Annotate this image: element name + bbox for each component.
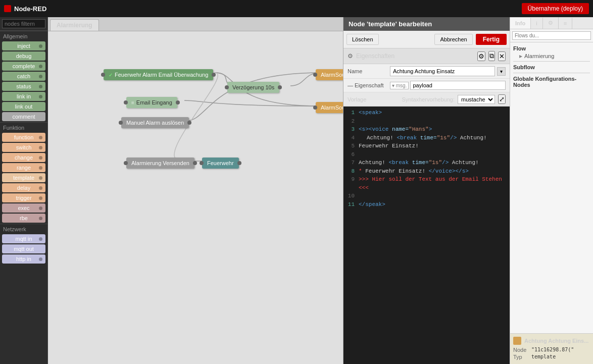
palette-node-complete[interactable]: complete <box>2 62 45 71</box>
palette-section-netzwerk: Netzwerk <box>0 224 47 233</box>
canvas-node-n6[interactable]: Manuel Alarm auslösen <box>121 117 189 128</box>
flow-tree-item-alarmierung[interactable]: ▶ Alarmierung <box>513 53 590 60</box>
palette-node-debug[interactable]: debug <box>2 51 45 61</box>
palette-node-range[interactable]: range <box>2 163 45 172</box>
canvas-node-n7[interactable]: Alarmierung Versenden <box>126 158 194 169</box>
divider-1 <box>513 61 590 62</box>
code-line-1: 1 <speak> <box>345 109 508 117</box>
code-line-9: 9 >>> Hier soll der Text aus der Email S… <box>345 175 508 192</box>
palette-node-change[interactable]: change <box>2 153 45 162</box>
palette-node-function[interactable]: function <box>2 133 45 142</box>
palette-node-mqtt-in[interactable]: mqtt in <box>2 234 45 243</box>
done-button[interactable]: Fertig <box>476 34 507 45</box>
subflow-header: Subflow <box>513 63 590 71</box>
palette-node-trigger[interactable]: trigger <box>2 193 45 202</box>
line-content-9: >>> Hier soll der Text aus der Email Ste… <box>359 175 508 192</box>
name-options-btn[interactable]: ▾ <box>497 67 506 76</box>
name-input[interactable] <box>390 66 495 76</box>
msg-prefix: ▾ msg. <box>390 82 409 89</box>
code-line-10: 10 <box>345 192 508 200</box>
edit-panel: Node 'template' bearbeiten Löschen Abbre… <box>343 17 510 364</box>
node-color-indicator <box>513 337 521 345</box>
palette-section-funktion: Funktion <box>0 122 47 132</box>
palette-node-link-in[interactable]: link in <box>2 92 45 101</box>
tab-icon-gear[interactable]: ⚙ <box>543 17 559 29</box>
node-palette: Allgemeininjectdebugcompletecatchstatusl… <box>0 17 48 364</box>
cancel-button[interactable]: Abbrechen <box>434 34 472 45</box>
palette-node-inject[interactable]: inject <box>2 41 45 50</box>
flow-tree: Flow ▶ Alarmierung Subflow Globale Konfi… <box>510 42 593 91</box>
expand-editor-btn[interactable]: ⤢ <box>498 94 506 104</box>
code-line-11: 11 </speak> <box>345 200 508 209</box>
palette-node-status[interactable]: status <box>2 82 45 91</box>
palette-node-switch[interactable]: switch <box>2 143 45 152</box>
name-prop-row: Name ▾ <box>343 64 510 79</box>
node-label-n6: Manuel Alarm auslösen <box>126 120 184 126</box>
code-line-2: 2 <box>345 117 508 126</box>
port-in-n1 <box>101 73 105 77</box>
canvas-node-n5[interactable]: AlarmSound aus <box>316 102 343 113</box>
props-config-btn[interactable]: ⚙ <box>477 51 485 61</box>
canvas-node-n8[interactable]: Feuerwehr <box>202 158 239 169</box>
name-label: Name <box>348 68 388 74</box>
syntax-select[interactable]: mustache html text json <box>458 95 495 104</box>
palette-node-comment[interactable]: comment <box>2 112 45 121</box>
canvas-node-n4[interactable]: ≡Email Eingang <box>126 97 177 108</box>
node-typ-label: Typ <box>513 354 528 360</box>
palette-node-mqtt-out[interactable]: mqtt out <box>2 244 45 253</box>
line-content-7: Achtung! <break time="1s"/> Achtung! <box>359 159 479 167</box>
port-out-n1 <box>212 73 216 77</box>
divider-2 <box>513 73 590 73</box>
flow-canvas[interactable]: ✓Feuerwehr Alarm Email ÜberwachungVerzög… <box>48 31 343 364</box>
node-id-label: Node <box>513 347 528 353</box>
canvas-connections <box>48 31 343 364</box>
card-title: Achtung Achtung Eins... <box>524 338 588 344</box>
port-out-n4 <box>176 100 180 105</box>
node-id-row: Node "11c16298.87(" <box>513 347 590 353</box>
code-editor[interactable]: 1 <speak> 2 3 <s><voice name="Hans"> 4 A… <box>343 107 510 364</box>
canvas-node-n3[interactable]: AlarmSound an <box>316 69 343 80</box>
line-num-2: 2 <box>345 117 355 126</box>
canvas-node-n1[interactable]: ✓Feuerwehr Alarm Email Überwachung <box>104 69 213 80</box>
delete-button[interactable]: Löschen <box>347 34 379 45</box>
code-line-7: 7 Achtung! <break time="1s"/> Achtung! <box>345 159 508 167</box>
tab-info[interactable]: Info <box>510 18 531 29</box>
palette-node-catch[interactable]: catch <box>2 72 45 81</box>
node-id-value: "11c16298.87(" <box>531 347 574 353</box>
props-delete-btn[interactable]: ✕ <box>498 51 506 61</box>
node-label-n3: AlarmSound an <box>321 72 343 78</box>
eigenschaft-input[interactable] <box>410 81 506 90</box>
port-in-n2 <box>225 85 229 89</box>
palette-node-template[interactable]: template <box>2 173 45 182</box>
line-num-8: 8 <box>345 167 355 176</box>
palette-node-rbe[interactable]: rbe <box>2 214 45 223</box>
eigenschaften-section: ⚙ Eigenschaften ⚙ ⧉ ✕ <box>343 48 510 64</box>
main-layout: Allgemeininjectdebugcompletecatchstatusl… <box>0 17 593 364</box>
tab-icon-list[interactable]: ≡ <box>559 18 572 29</box>
tab-alarmierung[interactable]: Alarmierung <box>50 19 99 31</box>
bottom-info-card: Achtung Achtung Eins... Node "11c16298.8… <box>510 333 593 364</box>
port-in-n8 <box>200 161 204 165</box>
flow-item-label: Alarmierung <box>524 53 554 59</box>
info-tabs: Info i ⚙ ≡ <box>510 17 593 29</box>
palette-filter-input[interactable] <box>2 19 45 28</box>
eigenschaft-label: — Eigenschaft <box>348 82 388 88</box>
props-copy-btn[interactable]: ⧉ <box>488 51 495 61</box>
flow-tree-header: Flow <box>513 44 590 53</box>
palette-node-http-in[interactable]: http in <box>2 254 45 264</box>
vorlage-header: Vorlage Syntaxhervorhebung: mustache htm… <box>343 92 510 107</box>
deploy-button[interactable]: Übernahme (deploy) <box>522 3 589 14</box>
topbar: Node-RED Übernahme (deploy) <box>0 0 593 17</box>
node-typ-row: Typ template <box>513 354 590 360</box>
palette-node-exec[interactable]: exec <box>2 203 45 213</box>
port-out-n2 <box>278 85 282 89</box>
palette-node-delay[interactable]: delay <box>2 183 45 192</box>
info-search-input[interactable] <box>512 31 591 40</box>
info-panel: Info i ⚙ ≡ Flow ▶ Alarmierung Subflow Gl… <box>510 17 593 364</box>
line-num-11: 11 <box>345 200 355 209</box>
line-content-3: <s><voice name="Hans"> <box>359 125 432 134</box>
palette-node-link-out[interactable]: link out <box>2 102 45 111</box>
tab-icon-i[interactable]: i <box>531 18 542 29</box>
eigenschaften-label: Eigenschaften <box>356 53 394 60</box>
canvas-node-n2[interactable]: Verzögerung 10s <box>227 82 279 93</box>
